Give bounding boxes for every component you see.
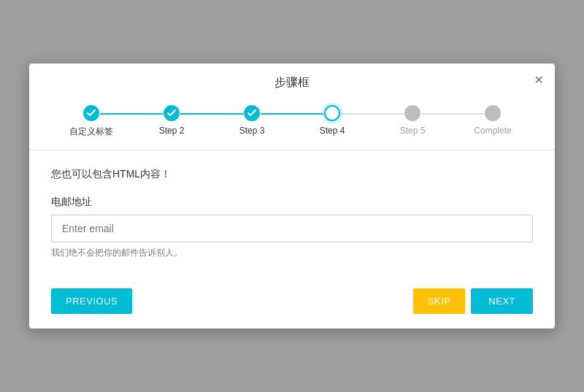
- step-dot-6[interactable]: [485, 105, 501, 121]
- next-button[interactable]: NEXT: [471, 288, 533, 314]
- modal-title: 步骤框: [274, 75, 310, 91]
- close-button[interactable]: ×: [534, 72, 543, 87]
- step-label-6: Complete: [474, 126, 511, 136]
- skip-button[interactable]: SKIP: [413, 288, 466, 314]
- stepper: 自定义标签Step 2Step 3Step 4Step 5Complete: [29, 91, 555, 150]
- modal-content: 您也可以包含HTML内容！ 电邮地址 我们绝不会把你的邮件告诉别人。: [29, 150, 555, 277]
- step-dot-2[interactable]: [164, 105, 180, 121]
- step-item-6: Complete: [453, 105, 533, 136]
- step-item-1: 自定义标签: [51, 105, 131, 138]
- step-item-5: Step 5: [372, 105, 453, 136]
- step-dot-5[interactable]: [404, 105, 420, 121]
- step-item-3: Step 3: [212, 105, 292, 136]
- step-label-2: Step 2: [159, 126, 185, 136]
- step-label-3: Step 3: [239, 126, 265, 136]
- email-hint: 我们绝不会把你的邮件告诉别人。: [51, 247, 533, 259]
- step-label-4: Step 4: [320, 126, 345, 136]
- step-dot-3[interactable]: [244, 105, 260, 121]
- step-item-4: Step 4: [292, 105, 372, 136]
- step-label-1: 自定义标签: [69, 126, 113, 138]
- step-dot-1[interactable]: [83, 105, 99, 121]
- modal-overlay: 步骤框 × 自定义标签Step 2Step 3Step 4Step 5Compl…: [0, 0, 584, 392]
- right-buttons: SKIP NEXT: [413, 288, 533, 314]
- modal-footer: PREVIOUS SKIP NEXT: [29, 277, 555, 328]
- email-input[interactable]: [51, 215, 533, 242]
- step-dot-4[interactable]: [324, 105, 340, 121]
- previous-button[interactable]: PREVIOUS: [51, 288, 132, 314]
- modal-header: 步骤框 ×: [29, 64, 555, 91]
- modal: 步骤框 × 自定义标签Step 2Step 3Step 4Step 5Compl…: [29, 64, 555, 328]
- step-label-5: Step 5: [400, 126, 426, 136]
- html-note: 您也可以包含HTML内容！: [51, 168, 533, 181]
- email-field-label: 电邮地址: [51, 196, 533, 209]
- step-item-2: Step 2: [131, 105, 212, 136]
